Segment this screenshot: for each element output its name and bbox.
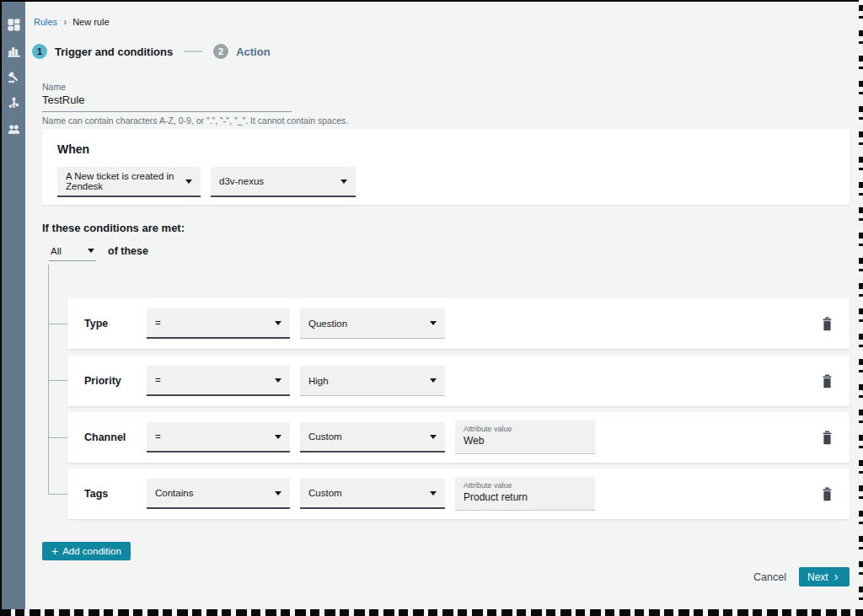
step-2-label: Action	[236, 46, 270, 58]
breadcrumb: Rules › New rule	[34, 16, 110, 28]
name-helper-text: Name can contain characters A-Z, 0-9, or…	[42, 115, 292, 126]
operator-value: =	[155, 318, 161, 328]
screen-edge-artifact-bottom	[0, 609, 863, 616]
conditions-heading: If these conditions are met:	[42, 222, 185, 234]
condition-operator-select[interactable]: Contains	[147, 479, 290, 509]
condition-row-tags: Tags Contains Custom Attribute value Pro…	[67, 469, 850, 519]
app-window: Rules › New rule 1 Trigger and condition…	[2, 2, 859, 609]
trash-icon	[821, 374, 834, 388]
chevron-down-icon	[340, 179, 347, 184]
chevron-down-icon	[275, 491, 281, 495]
chevron-down-icon	[88, 249, 94, 253]
condition-row-priority: Priority = High	[67, 356, 850, 406]
breadcrumb-rules-link[interactable]: Rules	[34, 17, 57, 27]
value-text: Custom	[308, 488, 342, 498]
step-1-badge: 1	[32, 44, 47, 59]
breadcrumb-current: New rule	[72, 17, 109, 27]
name-input[interactable]: TestRule	[42, 94, 292, 112]
tree-connector-branch	[48, 380, 67, 381]
add-condition-label: Add condition	[62, 546, 121, 556]
value-text: Custom	[308, 431, 342, 442]
trash-icon	[821, 431, 834, 445]
attribute-value-text: Product return	[464, 491, 587, 503]
instance-select[interactable]: d3v-nexus	[211, 167, 356, 197]
condition-operator-select[interactable]: =	[147, 308, 290, 339]
condition-field-label: Type	[84, 318, 147, 329]
dashboard-icon[interactable]	[7, 18, 21, 32]
routing-branch-icon[interactable]	[7, 96, 21, 110]
attribute-value-input[interactable]: Attribute value Web	[455, 420, 595, 454]
condition-value-select[interactable]: Custom	[300, 422, 445, 453]
cancel-button[interactable]: Cancel	[753, 571, 786, 583]
condition-operator-select[interactable]: =	[147, 366, 290, 396]
chevron-down-icon	[275, 378, 281, 383]
when-selects: A New ticket is created in Zendesk d3v-n…	[57, 167, 834, 197]
trash-icon	[821, 487, 834, 501]
breadcrumb-separator-icon: ›	[63, 16, 67, 28]
delete-condition-button[interactable]	[817, 372, 836, 390]
chevron-down-icon	[275, 435, 281, 439]
delete-condition-button[interactable]	[817, 314, 836, 333]
attribute-value-label: Attribute value	[464, 425, 587, 433]
next-label: Next	[807, 571, 828, 583]
match-type-value: All	[51, 246, 62, 256]
tree-connector-branch	[48, 437, 67, 438]
screen-edge-artifact-right	[859, 0, 863, 609]
step-connector	[184, 51, 202, 52]
delete-condition-button[interactable]	[817, 428, 836, 447]
tree-connector-branch	[48, 324, 67, 324]
condition-value-select[interactable]: Custom	[300, 479, 445, 509]
step-1-label: Trigger and conditions	[55, 46, 173, 58]
footer-actions: Cancel Next ›	[753, 567, 850, 587]
trigger-event-select[interactable]: A New ticket is created in Zendesk	[57, 167, 201, 197]
users-icon[interactable]	[7, 122, 21, 137]
match-suffix: of these	[108, 245, 148, 257]
trigger-event-value: A New ticket is created in Zendesk	[66, 171, 179, 191]
step-indicator: 1 Trigger and conditions 2 Action	[32, 44, 271, 59]
chevron-down-icon	[430, 378, 437, 383]
step-2-badge: 2	[213, 44, 228, 59]
metrics-chart-icon[interactable]	[7, 44, 21, 58]
chevron-down-icon	[275, 321, 281, 325]
condition-value-select[interactable]: High	[300, 366, 445, 396]
plus-icon: +	[51, 545, 58, 557]
rules-gavel-icon[interactable]	[7, 70, 21, 84]
chevron-down-icon	[430, 435, 437, 439]
match-type-select[interactable]: All	[49, 241, 96, 261]
name-field-label: Name	[42, 82, 292, 92]
attribute-value-text: Web	[464, 435, 587, 447]
operator-value: =	[155, 375, 161, 385]
name-field-group: Name TestRule Name can contain character…	[42, 82, 292, 126]
trash-icon	[821, 317, 834, 331]
chevron-right-icon: ›	[834, 570, 839, 582]
when-card: When A New ticket is created in Zendesk …	[42, 129, 850, 205]
chevron-down-icon	[430, 321, 437, 325]
when-title: When	[57, 142, 834, 156]
tree-connector-vertical	[48, 265, 49, 494]
operator-value: Contains	[155, 488, 193, 498]
next-button[interactable]: Next ›	[799, 567, 850, 587]
condition-row-channel: Channel = Custom Attribute value Web	[67, 412, 850, 463]
chevron-down-icon	[430, 491, 437, 495]
condition-field-label: Tags	[84, 488, 147, 500]
match-row: All of these	[49, 241, 148, 261]
condition-field-label: Channel	[84, 431, 147, 443]
sidebar	[2, 2, 25, 609]
value-text: Question	[308, 319, 347, 329]
tree-connector-branch	[48, 494, 67, 495]
condition-operator-select[interactable]: =	[147, 422, 290, 453]
attribute-value-input[interactable]: Attribute value Product return	[455, 477, 595, 511]
chevron-down-icon	[185, 179, 192, 184]
delete-condition-button[interactable]	[817, 485, 836, 503]
add-condition-button[interactable]: + Add condition	[42, 542, 131, 560]
value-text: High	[308, 376, 329, 386]
operator-value: =	[155, 431, 161, 442]
instance-value: d3v-nexus	[219, 176, 264, 186]
condition-row-type: Type = Question	[67, 298, 850, 349]
attribute-value-label: Attribute value	[464, 481, 587, 490]
main-content: Rules › New rule 1 Trigger and condition…	[25, 2, 859, 609]
condition-field-label: Priority	[84, 375, 147, 387]
screen: Rules › New rule 1 Trigger and condition…	[0, 0, 863, 616]
condition-value-select[interactable]: Question	[300, 308, 445, 339]
